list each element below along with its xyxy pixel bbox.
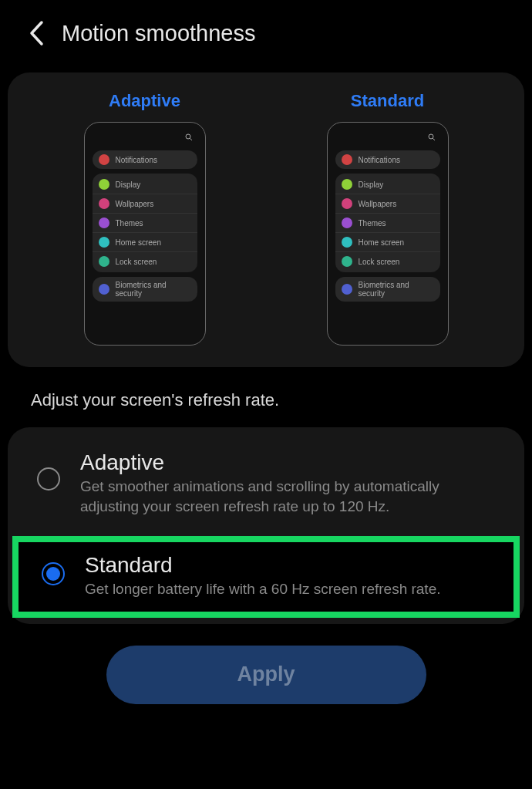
highlight-box: Standard Get longer battery life with a … [12, 536, 520, 618]
option-adaptive-desc: Get smoother animations and scrolling by… [80, 477, 501, 516]
phone-mockup-standard: Notifications Display Wallpapers Themes … [327, 122, 449, 346]
preview-standard[interactable]: Standard Notifications Display Wallpaper… [327, 91, 449, 346]
help-text: Adjust your screen's refresh rate. [0, 367, 532, 427]
option-standard-desc: Get longer battery life with a 60 Hz scr… [85, 579, 495, 599]
fingerprint-icon [342, 284, 352, 295]
svg-point-0 [186, 134, 190, 139]
option-adaptive-title: Adaptive [80, 450, 501, 475]
svg-line-1 [190, 138, 192, 140]
themes-icon [342, 217, 352, 228]
preview-card: Adaptive Notifications Display Wallpaper… [8, 72, 524, 367]
option-adaptive[interactable]: Adaptive Get smoother animations and scr… [8, 433, 524, 533]
wallpaper-icon [99, 198, 109, 209]
apply-button[interactable]: Apply [106, 646, 426, 704]
option-standard[interactable]: Standard Get longer battery life with a … [19, 542, 513, 612]
radio-adaptive[interactable] [37, 467, 60, 491]
radio-standard[interactable] [42, 562, 65, 585]
page-title: Motion smoothness [62, 21, 255, 46]
display-icon [342, 179, 352, 190]
back-icon[interactable] [28, 20, 45, 46]
preview-adaptive[interactable]: Adaptive Notifications Display Wallpaper… [84, 91, 206, 346]
svg-line-3 [433, 138, 435, 140]
phone-mockup-adaptive: Notifications Display Wallpapers Themes … [84, 122, 206, 346]
fingerprint-icon [99, 284, 109, 295]
options-card: Adaptive Get smoother animations and scr… [8, 427, 524, 624]
wallpaper-icon [342, 198, 352, 209]
lock-icon [342, 256, 352, 267]
home-icon [342, 237, 352, 248]
lock-icon [99, 256, 109, 267]
svg-point-2 [429, 134, 433, 139]
preview-adaptive-label: Adaptive [109, 91, 180, 111]
bell-icon [342, 154, 352, 165]
search-icon [332, 133, 443, 147]
bell-icon [99, 154, 109, 165]
search-icon [89, 133, 200, 147]
preview-standard-label: Standard [351, 91, 424, 111]
option-standard-title: Standard [85, 553, 495, 578]
home-icon [99, 237, 109, 248]
display-icon [99, 179, 109, 190]
themes-icon [99, 217, 109, 228]
